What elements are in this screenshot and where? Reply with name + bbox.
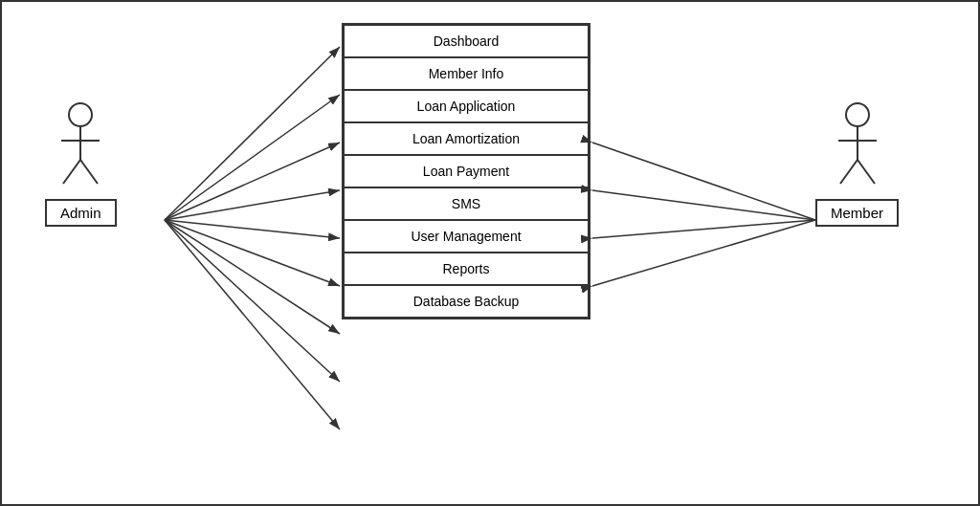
arrow-member-loanamort	[592, 190, 815, 220]
module-reports: Reports	[344, 253, 589, 285]
svg-point-5	[846, 103, 869, 126]
module-user-management: User Management	[344, 220, 589, 253]
svg-line-9	[858, 160, 875, 184]
member-figure	[829, 98, 886, 193]
module-database-backup: Database Backup	[344, 285, 589, 318]
module-loan-application: Loan Application	[344, 90, 589, 122]
diagram-container: Admin Member Dashboard Member Info Loan …	[0, 0, 980, 506]
svg-line-4	[80, 160, 98, 184]
arrow-admin-sms	[165, 220, 340, 286]
module-container: Dashboard Member Info Loan Application L…	[342, 23, 590, 319]
arrow-admin-memberinfo	[165, 95, 340, 220]
module-loan-amortization: Loan Amortization	[344, 122, 589, 155]
arrow-member-loanpay	[592, 220, 815, 238]
member-actor: Member	[815, 98, 899, 227]
admin-actor: Admin	[45, 98, 117, 227]
svg-point-0	[69, 103, 92, 126]
arrow-admin-dbbackup	[165, 220, 340, 429]
svg-line-3	[63, 160, 80, 184]
arrow-admin-loanapp	[165, 143, 340, 220]
module-sms: SMS	[344, 187, 589, 220]
arrow-admin-loanamort	[165, 190, 340, 220]
module-loan-payment: Loan Payment	[344, 155, 589, 187]
member-label: Member	[815, 199, 899, 227]
arrow-admin-loanpay	[165, 220, 340, 238]
arrow-admin-usermgmt	[165, 220, 340, 334]
arrow-member-sms	[592, 220, 815, 286]
admin-figure	[52, 98, 109, 193]
module-member-info: Member Info	[344, 57, 589, 90]
svg-line-8	[840, 160, 858, 184]
module-dashboard: Dashboard	[344, 25, 589, 57]
arrow-admin-reports	[165, 220, 340, 382]
arrow-member-loanapp	[592, 143, 815, 220]
arrow-admin-dashboard	[165, 47, 340, 220]
admin-label: Admin	[45, 199, 117, 227]
